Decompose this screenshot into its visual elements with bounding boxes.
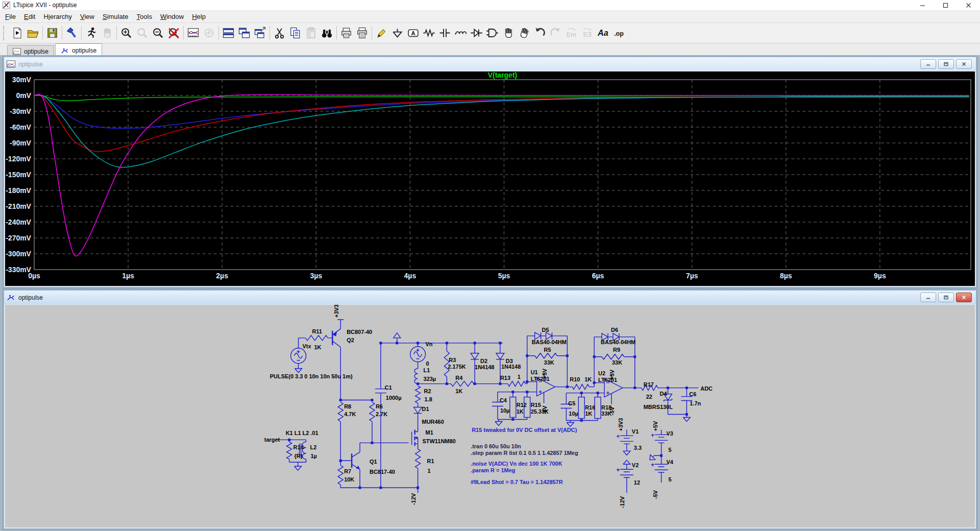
rotate-button: E∃ <box>579 25 595 41</box>
cascade-new-button[interactable] <box>252 25 268 41</box>
schematic-label: L1 <box>424 367 430 373</box>
ground-button[interactable] <box>389 25 405 41</box>
app-maximize-button[interactable] <box>934 0 957 10</box>
component-button[interactable] <box>484 25 500 41</box>
toolbar-separator <box>81 26 82 40</box>
paste-button <box>303 25 319 41</box>
svg-text:Em: Em <box>567 31 576 38</box>
schematic-window-titlebar[interactable]: optipulse <box>4 291 976 304</box>
menu-item-tools[interactable]: Tools <box>133 12 156 21</box>
svg-text:8µs: 8µs <box>780 272 792 280</box>
cut-button[interactable] <box>272 25 287 41</box>
edit-pencil-button[interactable] <box>374 25 389 41</box>
save-button[interactable] <box>44 25 60 41</box>
move-button[interactable] <box>500 25 516 41</box>
print-preview-button[interactable] <box>354 25 370 41</box>
schematic-label: 33K <box>612 359 622 366</box>
schematic-label: R17 <box>644 381 654 388</box>
new-schematic-button[interactable] <box>9 25 25 41</box>
run-button[interactable] <box>83 25 99 41</box>
menu-item-edit[interactable]: Edit <box>20 12 39 21</box>
menu-item-file[interactable]: File <box>1 12 20 21</box>
waveform-window-titlebar[interactable]: optipulse <box>4 57 976 71</box>
schematic-canvas[interactable]: VtxPULSE(0 3.3 0 10n 10n 50u 1m)R111KBC8… <box>5 305 975 527</box>
spice-directive-button[interactable]: .op <box>611 25 627 41</box>
schematic-label: BAS40-04HM <box>601 339 635 345</box>
schematic-label: +3V3 <box>618 418 624 431</box>
text-tool-button[interactable]: Aa <box>595 25 611 41</box>
zoom-out-button[interactable] <box>150 25 166 41</box>
inductor-button[interactable] <box>453 25 469 41</box>
schematic-label: 2.175K <box>448 364 465 370</box>
schematic-label: -12V <box>619 496 625 508</box>
menu-item-view[interactable]: View <box>76 12 99 21</box>
schematic-label: R14 <box>293 444 304 450</box>
schematic-label: R3 <box>449 357 456 363</box>
svg-text:4µs: 4µs <box>404 272 416 280</box>
schematic-label: 1.8 <box>425 396 432 402</box>
menu-item-window[interactable]: Window <box>156 12 188 21</box>
toolbar-drag-handle[interactable] <box>3 26 7 40</box>
schematic-label: R12 <box>517 402 527 408</box>
schematic-label: R10 <box>570 376 580 382</box>
menu-item-hierarchy[interactable]: Hierarchy <box>39 12 76 21</box>
autorange-button[interactable] <box>185 25 201 41</box>
tile-horizontal-button[interactable] <box>220 25 236 41</box>
copy-button[interactable] <box>287 25 303 41</box>
schematic-label: +3V3 <box>333 305 339 318</box>
app-close-button[interactable] <box>957 0 980 10</box>
schematic-label: 0 <box>426 360 429 367</box>
zoom-full-extents-button[interactable] <box>166 25 182 41</box>
svg-text:-210mV: -210mV <box>6 202 31 210</box>
waveform-maximize-button[interactable] <box>938 59 954 69</box>
schematic-label: 10µ <box>569 411 578 417</box>
schematic-minimize-button[interactable] <box>920 293 936 302</box>
schematic-label: 1 <box>518 374 521 380</box>
toolbar: AEmE∃Aa.op <box>0 22 980 43</box>
menu-item-simulate[interactable]: Simulate <box>99 12 133 21</box>
resistor-button[interactable] <box>421 25 437 41</box>
undo-button[interactable] <box>532 25 548 41</box>
print-button[interactable] <box>338 25 354 41</box>
schematic-close-button[interactable] <box>956 293 972 302</box>
waveform-plot[interactable]: 30mV0mV-30mV-60mV-90mV-120mV-150mV-180mV… <box>5 71 975 286</box>
plot-legend: V(target) <box>488 71 517 79</box>
schematic-label: 1K <box>584 376 592 382</box>
schematic-label: 1 <box>428 468 431 474</box>
drag-button[interactable] <box>516 25 532 41</box>
schematic-label: L2 <box>310 444 316 450</box>
schematic-label: STW11NM80 <box>423 438 456 444</box>
schematic-label: R18 <box>601 404 611 411</box>
toolbar-separator <box>218 26 219 40</box>
app-minimize-button[interactable] <box>911 0 934 10</box>
control-panel-button[interactable] <box>64 25 80 41</box>
capacitor-button[interactable] <box>437 25 453 41</box>
find-button[interactable] <box>319 25 335 41</box>
diode-button[interactable] <box>469 25 484 41</box>
zoom-in-button[interactable] <box>118 25 134 41</box>
waveform-close-button[interactable] <box>956 59 972 69</box>
schematic-label: +5V <box>609 369 615 380</box>
schematic-maximize-button[interactable] <box>938 293 954 302</box>
schematic-label: M1 <box>426 429 433 436</box>
net-label-button[interactable]: A <box>405 25 421 41</box>
schematic-label: R15 <box>531 402 541 408</box>
toolbar-separator <box>183 26 184 40</box>
schematic-label: BC817-40 <box>370 469 395 475</box>
schematic-label: R5 <box>544 347 551 353</box>
schematic-label: V1 <box>632 428 639 435</box>
cascade-windows-button[interactable] <box>236 25 252 41</box>
svg-text:-240mV: -240mV <box>6 218 31 226</box>
redo-button <box>548 25 564 41</box>
schematic-label: -5V <box>652 490 658 499</box>
schematic-tab-icon <box>61 47 69 54</box>
svg-text:1µs: 1µs <box>122 272 134 280</box>
tab-label: optipulse <box>24 48 48 55</box>
open-button[interactable] <box>25 25 41 41</box>
waveform-minimize-button[interactable] <box>920 59 936 69</box>
toolbar-separator <box>62 26 62 40</box>
schematic-label: 22 <box>646 394 652 400</box>
schematic-window: optipulse VtxPULSE(0 3.3 0 10n 10n 50u 1… <box>3 289 977 529</box>
schematic-label: R16 <box>585 404 595 411</box>
menu-item-help[interactable]: Help <box>188 12 210 21</box>
